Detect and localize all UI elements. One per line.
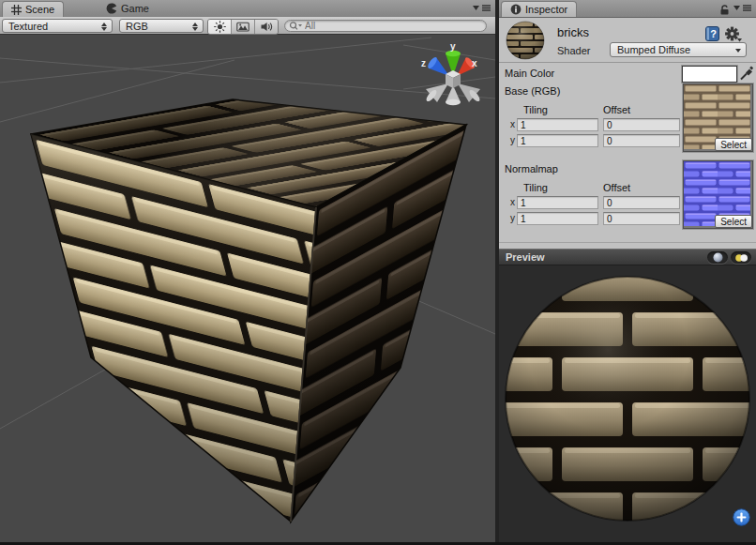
tab-scene[interactable]: Scene [2, 1, 64, 17]
gear-icon[interactable] [725, 26, 742, 42]
normalmap-x-row-label: x [510, 197, 515, 207]
shader-value: Bumped Diffuse [617, 44, 690, 55]
render-effects-toggle-button[interactable] [232, 20, 255, 34]
open-lock-icon [719, 4, 730, 15]
shader-dropdown[interactable]: Bumped Diffuse [610, 42, 747, 57]
base-texture-thumbnail[interactable]: Select [683, 83, 753, 152]
scene-search-field[interactable] [284, 20, 487, 32]
shader-label: Shader [557, 45, 590, 56]
add-button[interactable] [733, 508, 750, 526]
tab-game[interactable]: Game [98, 1, 158, 16]
updown-arrows-icon [192, 23, 199, 31]
normalmap-tiling-y-field[interactable] [517, 212, 598, 225]
normalmap-label: Normalmap [505, 163, 558, 174]
scene-tab-label: Scene [25, 4, 54, 15]
image-icon [236, 21, 249, 33]
base-tiling-header: Tiling [523, 104, 548, 115]
unity-editor-window: Scene Game Textured RGB [0, 0, 756, 545]
preview-title: Preview [506, 251, 545, 263]
inspector-lock-icon[interactable] [719, 4, 730, 15]
speaker-icon [260, 21, 273, 33]
preview-lighting-toggle-button[interactable] [731, 251, 751, 264]
scene-tabbar: Scene Game [0, 0, 495, 18]
search-input[interactable] [302, 21, 482, 31]
gizmo-y-label: y [450, 41, 456, 52]
eyedropper-icon[interactable] [739, 65, 753, 81]
base-select-button[interactable]: Select [715, 138, 752, 151]
two-lights-icon [734, 253, 748, 263]
base-x-row-label: x [510, 119, 515, 129]
scene-panel-menu-icon[interactable] [473, 5, 491, 11]
render-mode-value: Textured [8, 21, 48, 32]
audio-toggle-button[interactable] [255, 20, 278, 34]
inspector-tabbar: Inspector [499, 0, 756, 18]
base-offset-y-field[interactable] [603, 134, 680, 147]
material-name: bricks [557, 25, 589, 39]
material-preview-thumbnail [506, 21, 545, 60]
base-offset-header: Offset [603, 104, 630, 115]
material-header: bricks Shader Bumped Diffuse ? [499, 17, 756, 63]
scene-panel: Scene Game Textured RGB [0, 0, 495, 542]
normalmap-tiling-x-field[interactable] [517, 196, 598, 209]
inspector-panel-menu-icon[interactable] [733, 5, 751, 11]
tab-inspector[interactable]: Inspector [501, 1, 577, 17]
normalmap-offset-header: Offset [603, 182, 630, 193]
base-tiling-y-field[interactable] [517, 134, 598, 147]
render-mode-dropdown[interactable]: Textured [2, 19, 113, 33]
normalmap-y-row-label: y [510, 213, 515, 223]
color-channel-dropdown[interactable]: RGB [119, 19, 204, 33]
gizmo-z-label: z [421, 58, 426, 68]
normalmap-select-button[interactable]: Select [715, 215, 752, 228]
color-channel-value: RGB [126, 21, 148, 32]
main-color-label: Main Color [505, 68, 554, 79]
chevron-down-icon [735, 49, 741, 53]
search-icon [289, 21, 302, 31]
lighting-toggle-button[interactable] [208, 20, 232, 34]
section-divider [499, 242, 756, 243]
plus-circle-icon [733, 508, 750, 526]
inspector-tab-label: Inspector [525, 4, 567, 15]
sphere-icon [713, 252, 723, 263]
info-icon [510, 4, 522, 15]
scene-viewport[interactable]: y x z [0, 35, 495, 542]
scene-toggle-group [207, 19, 279, 35]
inspector-panel: Inspector [499, 0, 756, 542]
grid-hash-icon [11, 5, 22, 15]
normalmap-tiling-header: Tiling [523, 182, 548, 193]
normalmap-offset-x-field[interactable] [603, 196, 680, 209]
sun-icon [214, 21, 226, 33]
svg-text:?: ? [710, 28, 717, 39]
pacman-icon [106, 3, 117, 14]
scene-toolbar: Textured RGB [0, 17, 495, 35]
preview-sphere [499, 265, 756, 542]
base-offset-x-field[interactable] [603, 118, 680, 131]
gizmo-x-label: x [472, 58, 477, 68]
gizmo-center-cube[interactable] [446, 70, 461, 88]
preview-mesh-toggle-button[interactable] [707, 251, 728, 264]
material-preview-canvas[interactable] [499, 265, 756, 542]
help-icon[interactable]: ? [705, 26, 719, 41]
updown-arrows-icon [101, 23, 108, 31]
base-map-label: Base (RGB) [505, 85, 560, 97]
preview-header[interactable]: Preview [499, 249, 756, 265]
base-tiling-x-field[interactable] [517, 118, 598, 131]
main-color-swatch[interactable] [682, 66, 737, 83]
normalmap-texture-thumbnail[interactable]: Select [683, 160, 753, 229]
base-y-row-label: y [510, 135, 515, 145]
normalmap-offset-y-field[interactable] [603, 212, 680, 225]
game-tab-label: Game [121, 3, 149, 14]
